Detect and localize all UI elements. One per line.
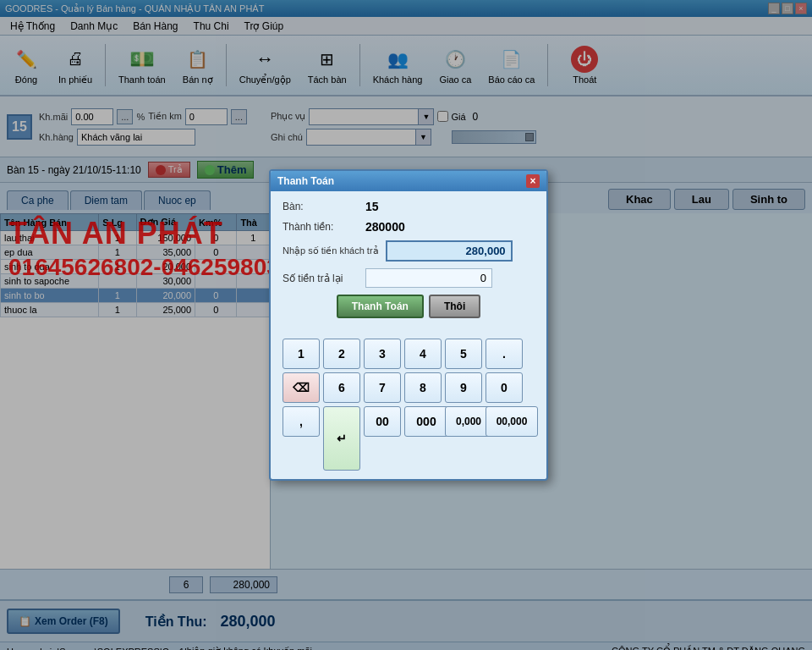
numpad-4[interactable]: 4 xyxy=(404,339,442,369)
modal-close-button[interactable]: × xyxy=(526,174,540,188)
modal-thanh-tien-row: Thành tiền: 280000 xyxy=(283,220,535,234)
numpad-7[interactable]: 7 xyxy=(364,372,401,403)
thanh-toan-modal: Thanh Toán × Bàn: 15 Thành tiền: 280000 … xyxy=(269,169,548,481)
numpad-comma[interactable]: , xyxy=(283,406,320,437)
modal-ban-label: Bàn: xyxy=(283,201,359,212)
modal-overlay: Thanh Toán × Bàn: 15 Thành tiền: 280000 … xyxy=(0,0,812,650)
numpad-2[interactable]: 2 xyxy=(323,339,360,369)
modal-nhap-so-row: Nhập số tiền khách trả xyxy=(283,240,535,262)
btn-modal-thoi[interactable]: Thôi xyxy=(429,295,480,318)
modal-so-tien-tra-input[interactable] xyxy=(365,268,492,288)
modal-ban-row: Bàn: 15 xyxy=(283,200,535,213)
numpad-8[interactable]: 8 xyxy=(404,372,442,403)
modal-body: Bàn: 15 Thành tiền: 280000 Nhập số tiền … xyxy=(271,191,546,335)
numpad-1[interactable]: 1 xyxy=(283,339,320,369)
modal-thanh-tien-value: 280000 xyxy=(365,220,405,234)
btn-modal-thanh-toan[interactable]: Thanh Toán xyxy=(337,295,424,318)
modal-ban-value: 15 xyxy=(365,200,379,213)
modal-buttons: Thanh Toán Thôi xyxy=(283,295,535,318)
numpad-backspace[interactable]: ⌫ xyxy=(283,372,320,403)
modal-title-text: Thanh Toán xyxy=(277,175,334,187)
modal-nhap-so-label: Nhập số tiền khách trả xyxy=(283,245,379,256)
numpad-000[interactable]: 000 xyxy=(404,406,448,437)
numpad-0[interactable]: 0 xyxy=(486,372,523,403)
numpad-00[interactable]: 00 xyxy=(364,406,401,437)
numpad-5[interactable]: 5 xyxy=(445,339,482,369)
numpad-3[interactable]: 3 xyxy=(364,339,401,369)
modal-title-bar: Thanh Toán × xyxy=(271,171,546,191)
numpad: 1 2 3 4 5 . ⌫ 6 7 8 9 0 , ↵ 00 000 0,000… xyxy=(271,335,546,479)
modal-thanh-tien-label: Thành tiền: xyxy=(283,221,359,233)
numpad-enter[interactable]: ↵ xyxy=(323,406,360,471)
numpad-9[interactable]: 9 xyxy=(445,372,482,403)
modal-nhap-so-input[interactable] xyxy=(386,240,513,262)
numpad-dot[interactable]: . xyxy=(486,339,523,369)
numpad-6[interactable]: 6 xyxy=(323,372,360,403)
modal-so-tien-tra-label: Số tiền trả lại xyxy=(283,273,359,284)
modal-so-tien-tra-row: Số tiền trả lại xyxy=(283,268,535,288)
numpad-00000[interactable]: 00,000 xyxy=(486,406,538,437)
